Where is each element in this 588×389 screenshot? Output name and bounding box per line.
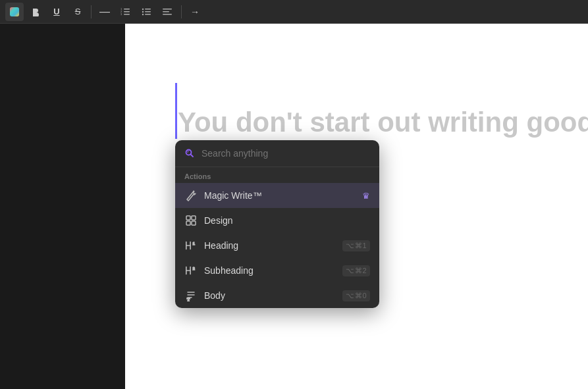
svg-rect-7 bbox=[145, 11, 151, 13]
menu-item-body[interactable]: T Body ⌥⌘0 bbox=[175, 283, 379, 308]
crown-icon: ♛ bbox=[362, 191, 370, 201]
menu-item-subheading[interactable]: 2 Subheading ⌥⌘2 bbox=[175, 258, 379, 283]
svg-rect-13 bbox=[163, 11, 169, 13]
search-input[interactable] bbox=[201, 148, 370, 159]
body-icon: T bbox=[184, 289, 198, 302]
body-label: Body bbox=[204, 290, 336, 301]
canvas-area: You don't start out writing good s bbox=[125, 24, 588, 389]
bold-button[interactable] bbox=[26, 3, 45, 21]
heading-label: Heading bbox=[204, 240, 336, 251]
svg-text:2: 2 bbox=[193, 267, 195, 271]
svg-rect-12 bbox=[163, 9, 172, 10]
svg-rect-18 bbox=[186, 221, 190, 225]
command-palette: Actions Magic Write™ ♛ bbox=[175, 140, 379, 308]
design-label: Design bbox=[204, 215, 370, 226]
dash-button[interactable]: — bbox=[95, 3, 114, 21]
left-sidebar bbox=[0, 24, 125, 389]
divider-2 bbox=[181, 5, 182, 18]
svg-rect-8 bbox=[145, 14, 151, 15]
page-text: You don't start out writing good s bbox=[178, 50, 562, 139]
heading-icon: 1 bbox=[184, 239, 198, 252]
divider-1 bbox=[91, 5, 92, 18]
svg-text:3: 3 bbox=[120, 13, 122, 16]
subheading-icon: 2 bbox=[184, 264, 198, 277]
arrow-button[interactable]: → bbox=[186, 3, 204, 21]
heading-shortcut: ⌥⌘1 bbox=[342, 240, 370, 251]
svg-rect-17 bbox=[192, 216, 196, 220]
subheading-shortcut: ⌥⌘2 bbox=[342, 265, 370, 276]
magic-write-label: Magic Write™ bbox=[204, 190, 356, 201]
color-swatch bbox=[10, 7, 19, 16]
menu-item-heading[interactable]: 1 Heading ⌥⌘1 bbox=[175, 233, 379, 258]
svg-rect-16 bbox=[186, 216, 190, 220]
align-button[interactable] bbox=[159, 3, 177, 21]
page: You don't start out writing good s bbox=[125, 24, 588, 389]
design-icon bbox=[184, 214, 198, 227]
strikethrough-button[interactable]: S bbox=[68, 3, 87, 21]
svg-rect-14 bbox=[163, 14, 172, 15]
svg-rect-6 bbox=[145, 9, 151, 10]
svg-text:1: 1 bbox=[193, 242, 195, 246]
body-shortcut: ⌥⌘0 bbox=[342, 290, 370, 301]
svg-point-11 bbox=[142, 13, 144, 14]
ordered-list-button[interactable]: 1 2 3 bbox=[117, 3, 135, 21]
svg-rect-1 bbox=[124, 11, 130, 13]
svg-point-15 bbox=[186, 150, 192, 155]
unordered-list-button[interactable] bbox=[138, 3, 156, 21]
toolbar: U S — 1 2 3 → bbox=[0, 0, 588, 24]
svg-rect-2 bbox=[124, 14, 130, 15]
underline-button[interactable]: U bbox=[47, 3, 66, 21]
main-area: You don't start out writing good s bbox=[0, 24, 588, 389]
svg-point-9 bbox=[142, 8, 144, 9]
menu-item-design[interactable]: Design bbox=[175, 208, 379, 233]
svg-rect-19 bbox=[192, 221, 196, 225]
svg-rect-0 bbox=[124, 9, 130, 10]
text-cursor bbox=[175, 83, 177, 139]
svg-point-10 bbox=[142, 11, 144, 12]
actions-section-label: Actions bbox=[175, 167, 379, 183]
menu-item-magic-write[interactable]: Magic Write™ ♛ bbox=[175, 183, 379, 208]
subheading-label: Subheading bbox=[204, 265, 336, 276]
search-icon bbox=[184, 148, 195, 159]
svg-text:T: T bbox=[187, 297, 190, 301]
search-bar bbox=[175, 140, 379, 167]
color-swatch-button[interactable] bbox=[5, 3, 24, 21]
magic-write-icon bbox=[184, 189, 198, 202]
